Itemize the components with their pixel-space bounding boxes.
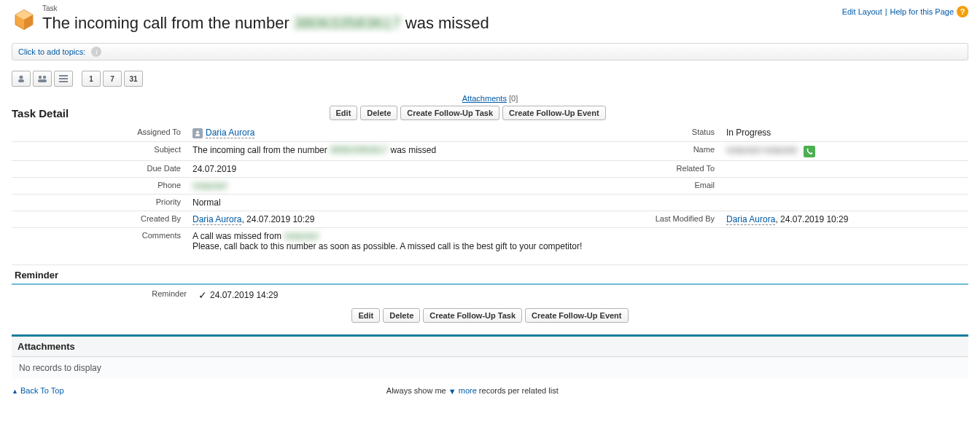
priority-label: Priority — [12, 195, 187, 211]
svg-rect-8 — [59, 75, 68, 77]
email-label: Email — [604, 178, 720, 195]
view-mode-group — [12, 71, 73, 87]
chevron-up-icon: ▲ — [12, 388, 18, 395]
subject-value: The incoming call from the number 380633… — [187, 142, 604, 161]
svg-point-6 — [43, 76, 46, 79]
redacted-name: redacted redacted — [726, 145, 797, 155]
attachments-jump-link: Attachments [0] — [12, 94, 968, 103]
comments-value: A call was missed from redacted Please, … — [187, 228, 968, 255]
task-object-icon — [12, 7, 36, 32]
reminder-row: Reminder ✓24.07.2019 14:29 — [12, 285, 968, 308]
redacted-number: 380633583617 — [294, 14, 401, 32]
page-header-right: Edit Layout | Help for this Page ? — [842, 4, 968, 17]
attachments-related-list: Attachments No records to display — [12, 334, 968, 379]
last-modified-by-user-link[interactable]: Daria Aurora — [726, 214, 775, 225]
name-value: redacted redacted — [720, 142, 968, 161]
due-date-value: 24.07.2019 — [187, 161, 604, 178]
related-to-label: Related To — [604, 161, 720, 178]
bottom-button-group: Edit Delete Create Follow-Up Task Create… — [12, 308, 968, 323]
page-title: The incoming call from the number 380633… — [42, 14, 489, 33]
reminder-value: ✓24.07.2019 14:29 — [198, 289, 278, 301]
create-follow-up-task-button[interactable]: Create Follow-Up Task — [400, 106, 499, 120]
attachments-anchor-link[interactable]: Attachments — [462, 94, 507, 103]
redacted-phone: redacted — [192, 181, 227, 191]
call-icon[interactable] — [804, 146, 815, 157]
detail-section-title: Task Detail — [12, 107, 69, 119]
phone-label: Phone — [12, 178, 187, 195]
svg-rect-9 — [59, 78, 68, 79]
redacted-number: redacted — [284, 231, 318, 241]
status-label: Status — [604, 125, 720, 142]
info-icon[interactable]: i — [91, 47, 101, 57]
single-user-view-button[interactable] — [12, 71, 31, 87]
delete-button-bottom[interactable]: Delete — [383, 308, 420, 323]
page-footer: ▲ Back To Top Always show me ▼ more reco… — [12, 386, 968, 395]
more-records-link[interactable]: more — [459, 386, 477, 395]
add-topics-link[interactable]: Click to add topics: — [18, 47, 85, 56]
multi-user-view-button[interactable] — [33, 71, 52, 87]
svg-point-11 — [196, 131, 199, 134]
object-type-label: Task — [42, 4, 489, 12]
comments-label: Comments — [12, 228, 187, 255]
delete-button[interactable]: Delete — [360, 106, 397, 120]
due-date-label: Due Date — [12, 161, 187, 178]
phone-value: redacted — [187, 178, 604, 195]
svg-point-5 — [39, 76, 42, 79]
month-view-button[interactable]: 31 — [124, 71, 143, 87]
last-modified-by-label: Last Modified By — [604, 211, 720, 228]
reminder-label: Reminder — [12, 289, 198, 301]
edit-button[interactable]: Edit — [330, 106, 358, 120]
svg-point-3 — [20, 76, 23, 79]
name-label: Name — [604, 142, 720, 161]
create-follow-up-event-button-bottom[interactable]: Create Follow-Up Event — [525, 308, 628, 323]
week-view-button[interactable]: 7 — [103, 71, 122, 87]
create-follow-up-event-button[interactable]: Create Follow-Up Event — [502, 106, 605, 120]
svg-rect-7 — [38, 79, 47, 82]
footer-paging-text: Always show me ▼ more records per relate… — [64, 386, 881, 395]
help-link[interactable]: Help for this Page — [890, 7, 954, 16]
create-follow-up-task-button-bottom[interactable]: Create Follow-Up Task — [423, 308, 522, 323]
created-by-label: Created By — [12, 211, 187, 228]
checkmark-icon: ✓ — [198, 289, 207, 301]
subject-label: Subject — [12, 142, 187, 161]
page-header: Task The incoming call from the number 3… — [12, 4, 968, 33]
back-to-top-link[interactable]: ▲ Back To Top — [12, 386, 64, 395]
edit-button-bottom[interactable]: Edit — [351, 308, 380, 323]
edit-layout-link[interactable]: Edit Layout — [842, 7, 882, 16]
triangle-down-icon: ▼ — [448, 387, 456, 396]
svg-rect-4 — [18, 79, 24, 82]
email-value — [720, 178, 968, 195]
page-header-left: Task The incoming call from the number 3… — [12, 4, 842, 33]
person-icon — [192, 128, 203, 138]
assigned-to-label: Assigned To — [12, 125, 187, 142]
view-toolbar: 1 7 31 — [12, 71, 968, 87]
attachments-count: [0] — [509, 94, 518, 103]
attachments-empty: No records to display — [12, 357, 968, 379]
list-view-button[interactable] — [54, 71, 73, 87]
status-value: In Progress — [720, 125, 968, 142]
created-by-user-link[interactable]: Daria Aurora — [192, 214, 241, 225]
reminder-section-header: Reminder — [12, 264, 968, 285]
task-detail-table: Assigned To Daria Aurora Status In Progr… — [12, 125, 968, 254]
last-modified-by-value: Daria Aurora, 24.07.2019 10:29 — [720, 211, 968, 228]
detail-section-header: Task Detail Edit Delete Create Follow-Up… — [12, 106, 968, 120]
topics-bar: Click to add topics: i — [12, 43, 968, 60]
calendar-range-group: 1 7 31 — [82, 71, 143, 87]
redacted-number: 380633583617 — [330, 145, 388, 155]
svg-rect-12 — [195, 134, 200, 136]
svg-rect-10 — [59, 81, 68, 82]
detail-button-group: Edit Delete Create Follow-Up Task Create… — [69, 106, 866, 120]
priority-value: Normal — [187, 195, 604, 211]
assigned-to-user-link[interactable]: Daria Aurora — [206, 128, 254, 138]
related-to-value — [720, 161, 968, 178]
help-icon[interactable]: ? — [957, 6, 968, 17]
created-by-value: Daria Aurora, 24.07.2019 10:29 — [187, 211, 604, 228]
day-view-button[interactable]: 1 — [82, 71, 101, 87]
attachments-title: Attachments — [12, 337, 968, 357]
